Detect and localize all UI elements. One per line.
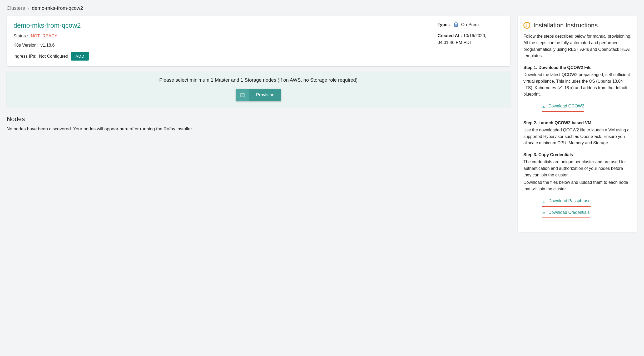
- download-credentials-label: Download Credentials: [548, 209, 590, 216]
- step1-title: Step 1. Download the QCOW2 File: [523, 65, 632, 71]
- step2-block: Step 2. Launch QCOW2 based VM Use the do…: [523, 120, 632, 146]
- step3-block: Step 3. Copy Credentials The credentials…: [523, 152, 632, 178]
- ingress-value: Not Configured: [39, 54, 68, 59]
- cluster-title: demo-mks-from-qcow2: [13, 22, 427, 29]
- k8s-label: K8s Version:: [13, 43, 38, 48]
- download-icon: [542, 199, 546, 203]
- type-label: Type :: [438, 22, 450, 27]
- ingress-label: Ingress IPs:: [13, 54, 36, 59]
- download-qcow2-link[interactable]: Download QCOW2: [542, 103, 584, 112]
- breadcrumb-separator: ›: [28, 5, 29, 11]
- status-value: NOT_READY: [31, 33, 57, 38]
- k8s-version-row: K8s Version: v1.18.6: [13, 43, 427, 48]
- cluster-summary-card: demo-mks-from-qcow2 Status : NOT_READY K…: [7, 16, 510, 66]
- status-label: Status :: [13, 33, 28, 38]
- instructions-title: Installation Instructions: [533, 22, 598, 29]
- onprem-icon: [453, 22, 459, 27]
- provision-button[interactable]: Provision: [236, 89, 281, 101]
- info-icon: i: [523, 22, 530, 29]
- download-icon: [542, 104, 546, 108]
- add-ingress-button[interactable]: ADD: [71, 52, 89, 61]
- ingress-row: Ingress IPs: Not Configured ADD: [13, 52, 427, 61]
- type-row: Type : On-Prem: [438, 22, 503, 27]
- download-passphrase-label: Download Passphrase: [548, 198, 591, 204]
- nodes-heading: Nodes: [7, 115, 510, 123]
- provision-alert: Please select minimum 1 Master and 1 Sto…: [7, 72, 510, 107]
- installation-instructions-panel: i Installation Instructions Follow the s…: [518, 16, 637, 232]
- download-passphrase-link[interactable]: Download Passphrase: [542, 198, 591, 207]
- login-icon: [236, 89, 249, 101]
- type-value: On-Prem: [461, 22, 479, 27]
- instructions-intro: Follow the steps described below for man…: [523, 33, 632, 59]
- download-icon: [542, 211, 546, 215]
- step3-body1: The credentials are unique per cluster a…: [523, 160, 626, 177]
- download-credentials-link[interactable]: Download Credentials: [542, 209, 590, 218]
- step1-block: Step 1. Download the QCOW2 File Download…: [523, 65, 632, 98]
- svg-point-2: [458, 22, 458, 23]
- created-row: Created At : 10/16/2020, 04:01:46 PM PDT: [438, 32, 503, 46]
- breadcrumb-parent-link[interactable]: Clusters: [7, 5, 25, 11]
- download-qcow2-label: Download QCOW2: [548, 103, 584, 110]
- step3-body2: Download the files below and upload them…: [523, 179, 632, 192]
- alert-message: Please select minimum 1 Master and 1 Sto…: [12, 77, 505, 83]
- provision-button-label: Provision: [249, 89, 281, 101]
- status-row: Status : NOT_READY: [13, 33, 427, 38]
- breadcrumb: Clusters › demo-mks-from-qcow2: [7, 5, 637, 11]
- step1-body: Download the latest QCOW2 prepackaged, s…: [523, 72, 630, 96]
- nodes-empty-text: No nodes have been discovered. Your node…: [7, 126, 510, 132]
- svg-rect-1: [456, 25, 457, 27]
- breadcrumb-current: demo-mks-from-qcow2: [32, 5, 83, 11]
- step3-title: Step 3. Copy Credentials: [523, 152, 632, 158]
- k8s-value: v1.18.6: [41, 43, 55, 48]
- step2-title: Step 2. Launch QCOW2 based VM: [523, 120, 632, 126]
- created-label: Created At :: [438, 33, 462, 38]
- step2-body: Use the downloaded QCOW2 file to launch …: [523, 128, 630, 145]
